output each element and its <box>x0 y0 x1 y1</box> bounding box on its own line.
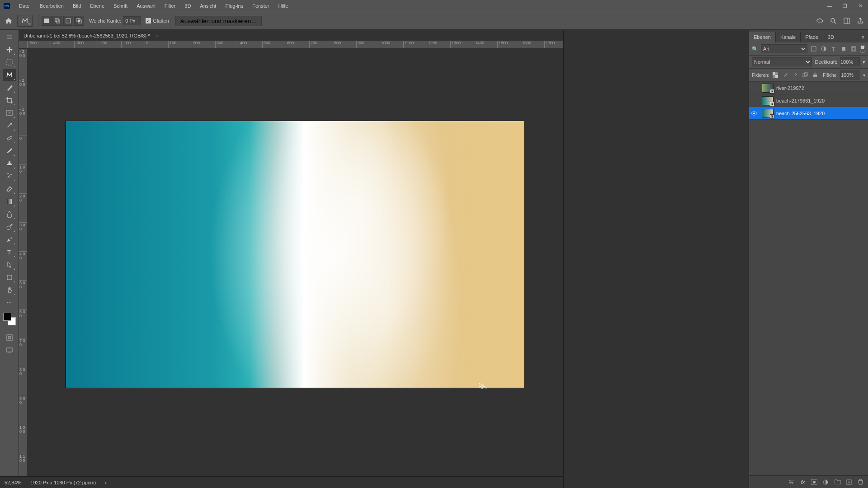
path-selection-tool[interactable] <box>3 259 16 271</box>
opacity-chevron-icon[interactable]: ▾ <box>863 59 865 65</box>
foreground-color-swatch[interactable] <box>3 313 11 321</box>
more-tools-button[interactable]: ⋯ <box>3 297 16 309</box>
current-tool-preset-dropdown[interactable] <box>17 15 33 27</box>
lock-pixels-button[interactable] <box>782 71 789 79</box>
new-layer-button[interactable] <box>846 479 854 485</box>
share-button[interactable] <box>855 16 865 26</box>
menu-ansicht[interactable]: Ansicht <box>195 0 221 12</box>
menu-filter[interactable]: Filter <box>160 0 180 12</box>
menu-auswahl[interactable]: Auswahl <box>132 0 160 12</box>
history-brush-tool[interactable] <box>3 170 16 182</box>
fill-chevron-icon[interactable]: ▾ <box>863 73 865 78</box>
lock-transparency-button[interactable] <box>772 71 779 79</box>
magic-wand-tool[interactable] <box>3 82 16 94</box>
vertical-ruler[interactable]: - 3 0 0- 2 0 0- 1 0 001 0 02 0 03 0 04 0… <box>19 49 27 476</box>
horizontal-ruler[interactable]: -500-400-300-200-10001002003004005006007… <box>27 41 563 49</box>
crop-tool[interactable] <box>3 94 16 106</box>
new-group-button[interactable] <box>835 479 842 484</box>
window-close-button[interactable]: ✕ <box>853 0 868 12</box>
menu-schrift[interactable]: Schrift <box>109 0 132 12</box>
menu-3d[interactable]: 3D <box>180 0 195 12</box>
fill-input[interactable] <box>840 70 860 80</box>
healing-brush-tool[interactable] <box>3 132 16 144</box>
panel-tab-3d[interactable]: 3D <box>823 32 839 42</box>
menu-plug-ins[interactable]: Plug-ins <box>221 0 248 12</box>
status-chevron-button[interactable]: › <box>105 480 107 485</box>
delete-layer-button[interactable] <box>858 479 865 485</box>
menu-fenster[interactable]: Fenster <box>248 0 274 12</box>
window-restore-button[interactable]: ❐ <box>837 0 853 12</box>
panel-tab-pfade[interactable]: Pfade <box>801 32 823 42</box>
layer-name[interactable]: river-219972 <box>776 85 804 91</box>
new-adjustment-layer-button[interactable] <box>823 479 830 485</box>
feather-input[interactable] <box>123 16 141 25</box>
layer-row[interactable]: ▣river-219972 <box>749 82 868 94</box>
layer-visibility-toggle[interactable] <box>751 111 759 116</box>
filter-shape-icon[interactable] <box>840 45 847 52</box>
blend-mode-select[interactable]: Normal <box>752 57 812 66</box>
color-swatches[interactable] <box>3 313 16 325</box>
layer-thumbnail[interactable]: ▣ <box>762 96 774 105</box>
lock-position-button[interactable] <box>792 71 799 79</box>
dodge-tool[interactable] <box>3 221 16 233</box>
home-button[interactable] <box>3 15 14 27</box>
marquee-tool[interactable] <box>3 56 16 68</box>
hand-tool[interactable] <box>3 284 16 296</box>
selection-new-button[interactable] <box>42 16 52 26</box>
layer-filter-kind-select[interactable]: Art <box>761 44 807 53</box>
layer-name[interactable]: beach-2562563_1920 <box>776 111 825 116</box>
eyedropper-tool[interactable] <box>3 120 16 131</box>
panel-tab-ebenen[interactable]: Ebenen <box>749 32 776 42</box>
blur-tool[interactable] <box>3 208 16 220</box>
opacity-input[interactable] <box>840 57 860 66</box>
workspace-switcher-button[interactable] <box>842 16 852 26</box>
frame-tool[interactable] <box>3 107 16 119</box>
window-minimize-button[interactable]: ― <box>822 0 837 12</box>
layer-name[interactable]: beach-2179361_1920 <box>776 98 825 103</box>
ruler-origin[interactable] <box>19 41 27 49</box>
menu-bearbeiten[interactable]: Bearbeiten <box>35 0 68 12</box>
layer-thumbnail[interactable]: ▣ <box>762 84 774 93</box>
quick-mask-toggle[interactable] <box>3 332 16 343</box>
lasso-tool[interactable] <box>3 69 16 81</box>
toolbox-grip[interactable] <box>3 31 16 43</box>
clone-stamp-tool[interactable] <box>3 158 16 169</box>
gradient-tool[interactable] <box>3 196 16 207</box>
layer-thumbnail[interactable]: ▣ <box>762 109 774 118</box>
panel-menu-button[interactable]: ≡ <box>858 32 868 42</box>
menu-datei[interactable]: Datei <box>14 0 35 12</box>
canvas-viewport[interactable] <box>27 49 563 476</box>
filter-toggle-switch[interactable] <box>860 45 865 53</box>
selection-intersect-button[interactable] <box>74 16 84 26</box>
panel-tab-kanaele[interactable]: Kanäle <box>776 32 801 42</box>
pen-tool[interactable] <box>3 234 16 245</box>
close-tab-button[interactable]: × <box>156 33 159 38</box>
move-tool[interactable] <box>3 44 16 56</box>
layer-row[interactable]: ▣beach-2179361_1920 <box>749 94 868 107</box>
selection-add-button[interactable] <box>52 16 62 26</box>
type-tool[interactable]: T <box>3 246 16 258</box>
add-mask-button[interactable] <box>811 479 818 485</box>
select-and-mask-button[interactable]: Auswählen und maskieren… <box>175 16 262 26</box>
cloud-sync-button[interactable] <box>815 16 825 26</box>
brush-tool[interactable] <box>3 145 16 157</box>
shape-tool[interactable] <box>3 272 16 283</box>
menu-ebene[interactable]: Ebene <box>85 0 109 12</box>
menu-bild[interactable]: Bild <box>68 0 85 12</box>
filter-adjustment-icon[interactable] <box>820 45 827 52</box>
layer-style-button[interactable]: fx <box>799 479 807 485</box>
screen-mode-toggle[interactable] <box>3 344 16 356</box>
selection-subtract-button[interactable] <box>63 16 73 26</box>
eraser-tool[interactable] <box>3 183 16 195</box>
lock-nesting-button[interactable] <box>802 71 809 79</box>
lock-all-button[interactable] <box>811 71 819 79</box>
filter-pixel-icon[interactable] <box>810 45 817 52</box>
filter-smart-icon[interactable] <box>850 45 857 52</box>
document-tab[interactable]: Unbenannt-1 bei 52,8% (beach-2562563_192… <box>19 30 162 41</box>
artboard-image[interactable] <box>66 121 524 388</box>
search-app-button[interactable] <box>828 16 838 26</box>
link-layers-button[interactable]: ⌘ <box>788 479 795 485</box>
layer-row[interactable]: ▣beach-2562563_1920 <box>749 107 868 120</box>
antialias-checkbox[interactable]: ✓ Glätten <box>146 18 169 23</box>
document-dimensions-display[interactable]: 1920 Px x 1080 Px (72 ppcm) <box>30 480 96 485</box>
